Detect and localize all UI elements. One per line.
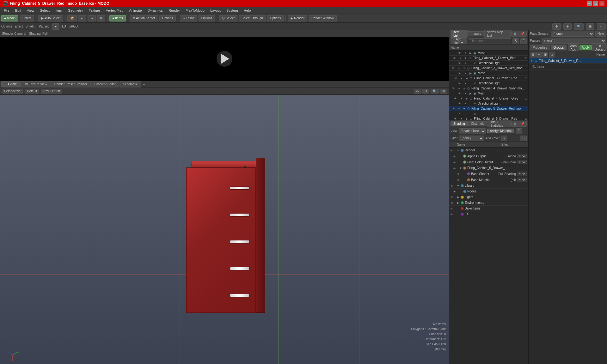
perspective-button[interactable]: Perspective <box>2 89 23 94</box>
shading-tab[interactable]: Shading <box>451 121 468 126</box>
toolbar2-icon-5[interactable]: ↔ <box>597 23 606 30</box>
menu-dynamics[interactable]: Dynamics <box>145 8 165 13</box>
gp-expand-1[interactable]: ▼ <box>530 59 533 62</box>
select-options-button[interactable]: Options <box>267 15 284 21</box>
tab-3d-view[interactable]: 3D View <box>1 81 20 88</box>
channels-tab[interactable]: Channels <box>468 121 487 126</box>
expand-1[interactable]: ▶ <box>469 52 472 55</box>
filter-s-button[interactable]: S <box>512 38 519 44</box>
sp-expand-lights[interactable]: ▶ <box>457 196 460 199</box>
item-list-pin-btn[interactable]: 📌 <box>518 31 527 37</box>
select-through-button[interactable]: Select Through <box>239 15 266 21</box>
info-stats-tab[interactable]: Info & Statistics <box>487 120 511 128</box>
expand-12[interactable]: ▼ <box>463 107 466 110</box>
menu-view[interactable]: View <box>24 8 37 13</box>
menu-item[interactable]: Item <box>53 8 64 13</box>
expand-6[interactable]: ▶ <box>465 77 468 80</box>
close-button[interactable]: ✕ <box>599 1 604 6</box>
sp-item-bake[interactable]: 👁 Bake Items <box>449 206 528 211</box>
action-options-button[interactable]: Options <box>159 15 176 21</box>
shader-tree[interactable]: 👁 ▼ Render 👁 Alpha Output Alpha <box>449 148 528 364</box>
expand-5[interactable]: ▶ <box>469 72 472 75</box>
tab-render-preset[interactable]: Render Preset Browser <box>51 81 91 88</box>
toolbar2-icon-4[interactable]: ⊞ <box>586 23 594 30</box>
menu-edit[interactable]: Edit <box>13 8 24 13</box>
select-button[interactable]: ⬡ Select <box>219 15 237 21</box>
sp-item-nodes[interactable]: 👁 Nodes <box>449 189 528 194</box>
expand-8[interactable]: ▼ <box>463 87 466 90</box>
vp-reset-button[interactable]: ↺ <box>422 89 429 94</box>
auto-add-button[interactable]: Auto Add <box>568 44 579 52</box>
sp-alpha-effect-dd[interactable]: ▾ <box>517 154 527 158</box>
window-controls[interactable]: ─ □ ✕ <box>587 1 604 6</box>
model-mode-button[interactable]: ● Model <box>1 15 18 21</box>
apply-button[interactable]: Apply <box>579 45 592 50</box>
filter-f-button[interactable]: F <box>520 38 527 44</box>
sp-item-render[interactable]: 👁 ▼ Render <box>449 148 528 153</box>
item-list-expand-btn[interactable]: ⊞ <box>511 31 518 37</box>
toolbar-icon-3[interactable]: ↪ <box>88 15 96 21</box>
properties-tab[interactable]: Properties <box>530 45 550 50</box>
vp-search-button[interactable]: 🔍 <box>431 89 439 94</box>
render-window-button[interactable]: Render Window <box>309 15 337 21</box>
menu-animate[interactable]: Animate <box>126 8 144 13</box>
discard-button[interactable]: ✕ Discard <box>592 44 607 52</box>
toolbar2-icon-1[interactable]: ⚙ <box>552 23 561 30</box>
tree-item-light1[interactable]: 👁 ● ☀ Directional Light <box>449 61 528 66</box>
tree-item-light3[interactable]: 👁 ● ☀ Directional Light <box>449 101 528 106</box>
maximize-button[interactable]: □ <box>593 1 598 6</box>
action-center-button[interactable]: ⊕ Action Center <box>130 15 158 21</box>
ray-gl-button[interactable]: Ray GL: Off <box>41 89 62 94</box>
expand-9[interactable]: ▶ <box>469 92 472 95</box>
shader-tree-dropdown[interactable]: Shader Tree <box>459 128 486 134</box>
sp-expand-cabinet5[interactable]: ▼ <box>459 167 462 170</box>
sp-item-fx[interactable]: 👁 FX <box>449 211 528 217</box>
render-button[interactable]: ◈ Render <box>288 15 307 21</box>
tree-item-5red-modo[interactable]: 👁 ● ▼ ⬡ Filing_Cabinet_5_Drawer_Red_mo..… <box>449 106 528 111</box>
menu-system[interactable]: System <box>224 8 241 13</box>
tree-item-red-modo[interactable]: 👁 ● ▼ ⬡ Filing_Cabinet_3_Drawer_Red_modo… <box>449 66 528 71</box>
add-layer-dropdown-btn[interactable]: ▾ <box>501 136 507 141</box>
expand-4[interactable]: ▼ <box>463 67 466 70</box>
gp-item-cabinet5[interactable]: ▼ ⬡ Filing_Cabinet_5_Drawer_R... <box>529 58 607 64</box>
tree-item-mesh1[interactable]: 👁 ● ▶ ▣ Mesh <box>449 51 528 56</box>
sp-expand-btn[interactable]: ⊞ <box>511 121 518 127</box>
add-item-button[interactable]: Add Item ▾ <box>451 38 467 44</box>
scene-canvas[interactable]: Y X Z No Items Polygons : Catmull-Clark … <box>0 95 449 364</box>
sp-item-cabinet5[interactable]: 👁 ▼ Filing_Cabinet_5_Drawer_... <box>449 165 528 171</box>
tree-item-blue[interactable]: 👁 ● ▼ ⬡ Filing_Cabinet_3_Drawer_Blue 2 <box>449 56 528 61</box>
sp-expand-library[interactable]: ▼ <box>457 184 460 187</box>
expand-10[interactable]: ▶ <box>465 97 468 100</box>
tab-add[interactable]: + <box>142 82 147 87</box>
vp-expand-button[interactable]: ⊞ <box>440 89 447 94</box>
tab-uv-texture[interactable]: UV Texture View <box>20 81 51 88</box>
toolbar-icon-2[interactable]: ↩ <box>78 15 86 21</box>
groups-tree[interactable]: ▼ ⬡ Filing_Cabinet_5_Drawer_R... 41 Item… <box>529 58 607 364</box>
expand-2[interactable]: ▼ <box>464 57 467 60</box>
tree-item-mesh2[interactable]: 👁 ● ▶ ▣ Mesh <box>449 71 528 76</box>
menu-geometry[interactable]: Geometry <box>65 8 85 13</box>
item-list-tree[interactable]: 👁 ● ▶ ▣ Mesh 👁 ● ▼ ⬡ Filing_Cabi <box>449 51 528 120</box>
tab-schematic[interactable]: Schematic <box>120 81 141 88</box>
tree-item-mesh3[interactable]: 👁 ● ▶ ▣ Mesh <box>449 91 528 96</box>
sp-item-base-shader[interactable]: 👁 Base Shader Full Shading ▾ <box>449 171 528 177</box>
vertex-map-tab[interactable]: Vertex Map List <box>484 30 511 38</box>
sculpt-mode-button[interactable]: Sculpt <box>20 15 34 21</box>
falloff-options-button[interactable]: Options <box>199 15 215 21</box>
images-tab[interactable]: Images <box>468 31 484 36</box>
filter-items-input[interactable] <box>468 38 511 44</box>
item-list-tab[interactable]: Item List <box>451 30 468 38</box>
sp-item-lights[interactable]: 👁 ▶ Lights <box>449 194 528 200</box>
tree-item-grey[interactable]: 👁 ● ▶ ⬡ Filing_Cabinet_4_Drawer_Grey 2 <box>449 96 528 101</box>
assign-material-button[interactable]: Assign Material <box>487 129 514 133</box>
group-icon-btn-3[interactable]: ▣ <box>543 52 548 58</box>
shader-s-btn[interactable]: S <box>520 136 527 141</box>
new-group-button[interactable]: New <box>595 31 606 37</box>
expand-14[interactable]: ▶ <box>465 117 468 120</box>
paused-icon-button[interactable]: ■ <box>52 23 59 30</box>
sp-item-color[interactable]: 👁 Final Color Output Final Color ▾ <box>449 159 528 165</box>
sp-pin-btn[interactable]: 📌 <box>518 121 527 127</box>
style-button[interactable]: Default <box>25 89 39 94</box>
groups-tab[interactable]: Groups <box>551 45 567 50</box>
sp-item-environments[interactable]: 👁 ▶ Environments <box>449 200 528 206</box>
